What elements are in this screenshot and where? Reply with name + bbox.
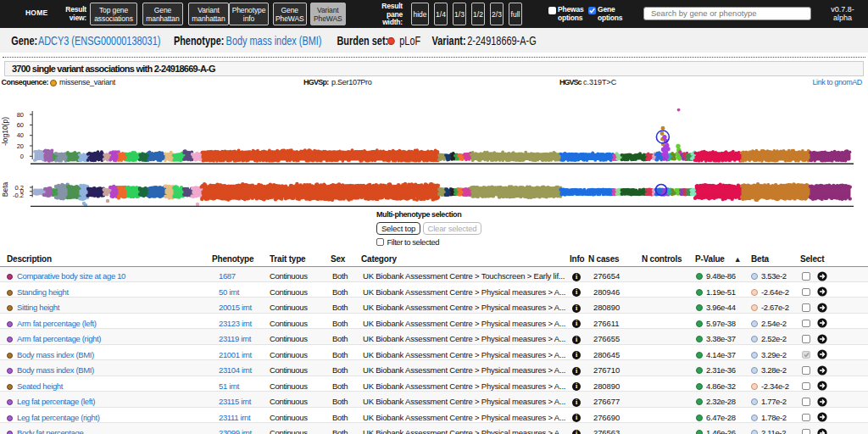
- svg-text:20: 20: [17, 142, 24, 150]
- svg-text:60: 60: [17, 121, 24, 129]
- svg-text:-0.2: -0.2: [13, 192, 24, 199]
- svg-text:-log10(p): -log10(p): [1, 117, 9, 146]
- svg-text:Beta: Beta: [1, 181, 9, 197]
- svg-text:80: 80: [17, 111, 24, 119]
- svg-text:40: 40: [17, 131, 24, 139]
- svg-text:0: 0: [20, 153, 24, 160]
